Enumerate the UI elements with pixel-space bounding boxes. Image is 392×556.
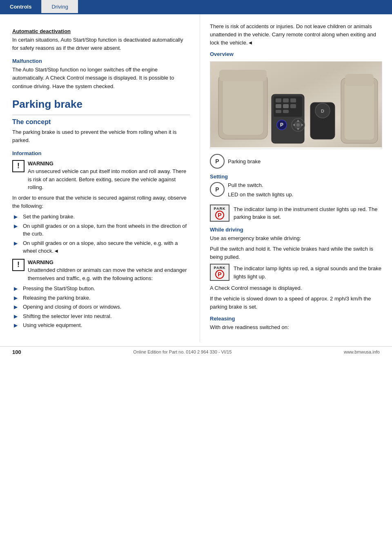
svg-point-15: [296, 123, 300, 127]
bullet-arrow-icon: ▶: [14, 303, 20, 311]
parking-brake-label: Parking brake: [228, 158, 261, 166]
while-driving-indicator-row: PARK P The indicator lamp lights up red,…: [210, 264, 382, 281]
list-item: ▶ On uphill grades or on a slope, also s…: [12, 239, 190, 255]
svg-rect-12: [283, 110, 289, 113]
warning-text-2: WARNING Unattended children or animals c…: [28, 258, 190, 282]
slowed-text: If the vehicle is slowed down to a speed…: [210, 295, 382, 311]
auto-deactivation-heading: Automatic deactivation: [12, 28, 190, 34]
right-column: There is risk of accidents or injuries. …: [200, 14, 392, 342]
park-p-icon-2: P: [215, 270, 224, 279]
svg-rect-9: [283, 104, 289, 108]
park-label-2: PARK: [214, 266, 226, 270]
list-item: ▶ On uphill grades or on a slope, turn t…: [12, 222, 190, 238]
malfunction-heading: Malfunction: [12, 58, 190, 64]
car-controls-image: P D: [210, 61, 382, 149]
list-item: ▶ Releasing the parking brake.: [12, 294, 190, 302]
releasing-heading: Releasing: [210, 316, 382, 322]
warning-box-1: ! WARNING An unsecured vehicle can put i…: [12, 160, 190, 191]
setting-steps-row: P Pull the switch. LED on the switch lig…: [210, 181, 382, 201]
auto-deactivation-text: In certain situations, Auto Start/Stop f…: [12, 36, 190, 52]
bullet-arrow-icon: ▶: [14, 222, 20, 230]
svg-rect-10: [290, 104, 296, 108]
parking-brake-heading: Parking brake: [12, 98, 190, 111]
svg-rect-6: [283, 98, 289, 102]
tab-driving-label: Driving: [51, 4, 68, 10]
bullet-arrow-icon: ▶: [14, 322, 20, 329]
while-driving-heading: While driving: [210, 227, 382, 233]
park-indicator-icon: PARK P: [210, 205, 229, 222]
setting-steps-text: Pull the switch. LED on the switch light…: [228, 181, 293, 201]
setting-icon: P: [210, 182, 225, 197]
left-column: Automatic deactivation In certain situat…: [0, 14, 200, 342]
svg-rect-26: [344, 81, 374, 140]
tab-controls-label: Controls: [10, 4, 31, 10]
bullet-arrow-icon: ▶: [14, 313, 20, 320]
bullet-arrow-icon: ▶: [14, 213, 20, 220]
setting-step1: Pull the switch.: [228, 181, 293, 189]
setting-heading: Setting: [210, 173, 382, 180]
park-label: PARK: [214, 207, 226, 211]
page-number: 100: [12, 349, 21, 355]
overview-heading: Overview: [210, 51, 382, 57]
the-concept-heading: The concept: [12, 118, 190, 126]
separator: [12, 115, 190, 115]
list-item: ▶ Set the parking brake.: [12, 213, 190, 221]
warning-icon-2: !: [12, 259, 24, 271]
releasing-text: With drive readiness switched on:: [210, 323, 382, 331]
the-concept-text: The parking brake is used to prevent the…: [12, 128, 190, 145]
list-item: ▶ Using vehicle equipment.: [12, 321, 190, 329]
tab-controls[interactable]: Controls: [0, 0, 41, 13]
footer: 100 Online Edition for Part no. 0140 2 9…: [0, 346, 392, 358]
bullet-arrow-icon: ▶: [14, 285, 20, 292]
list-item: ▶ Pressing the Start/Stop button.: [12, 285, 190, 293]
while-driving-park-indicator-icon: PARK P: [210, 264, 229, 281]
website-text: www.bmwusa.info: [344, 349, 380, 354]
setting-indicator-text: The indicator lamp in the instrument clu…: [234, 205, 382, 221]
check-control-text: A Check Control message is displayed.: [210, 284, 382, 292]
svg-rect-11: [276, 110, 281, 113]
svg-text:D: D: [321, 109, 324, 113]
tab-bar: Controls Driving: [0, 0, 392, 13]
svg-rect-7: [290, 98, 296, 102]
edition-text: Online Edition for Part no. 0140 2 964 3…: [133, 349, 232, 354]
svg-rect-27: [345, 74, 374, 86]
svg-rect-5: [276, 98, 281, 102]
in-order-text: In order to ensure that the vehicle is s…: [12, 194, 190, 210]
malfunction-text: The Auto Start/Stop function no longer s…: [12, 66, 190, 90]
svg-rect-8: [276, 104, 281, 108]
while-driving-text2: Pull the switch and hold it. The vehicle…: [210, 245, 382, 261]
list-item: ▶ Shifting the selector lever into neutr…: [12, 312, 190, 320]
bullet-arrow-icon: ▶: [14, 294, 20, 302]
while-driving-text1: Use as emergency brake while driving:: [210, 234, 382, 242]
information-heading: Information: [12, 150, 190, 156]
bullet-list-2: ▶ Pressing the Start/Stop button. ▶ Rele…: [12, 285, 190, 329]
svg-rect-2: [223, 78, 263, 135]
tab-driving[interactable]: Driving: [41, 0, 78, 13]
right-intro-text: There is risk of accidents or injuries. …: [210, 22, 382, 47]
main-content: Automatic deactivation In certain situat…: [0, 14, 392, 342]
parking-brake-label-row: P Parking brake: [210, 154, 382, 169]
warning-box-2: ! WARNING Unattended children or animals…: [12, 258, 190, 282]
parking-brake-circle-icon: P: [210, 154, 225, 169]
bullet-list-1: ▶ Set the parking brake. ▶ On uphill gra…: [12, 213, 190, 255]
setting-indicator-row: PARK P The indicator lamp in the instrum…: [210, 205, 382, 222]
while-driving-indicator-text: The indicator lamp lights up red, a sign…: [234, 264, 382, 280]
svg-rect-28: [219, 70, 267, 81]
warning-icon-1: !: [12, 160, 24, 172]
park-p-icon: P: [215, 211, 224, 220]
bullet-arrow-icon: ▶: [14, 240, 20, 247]
svg-text:P: P: [280, 122, 283, 128]
car-controls-svg: P D: [210, 62, 382, 147]
list-item: ▶ Opening and closing of doors or window…: [12, 303, 190, 311]
setting-step2: LED on the switch lights up.: [228, 191, 293, 199]
warning-text-1: WARNING An unsecured vehicle can put its…: [28, 160, 190, 191]
